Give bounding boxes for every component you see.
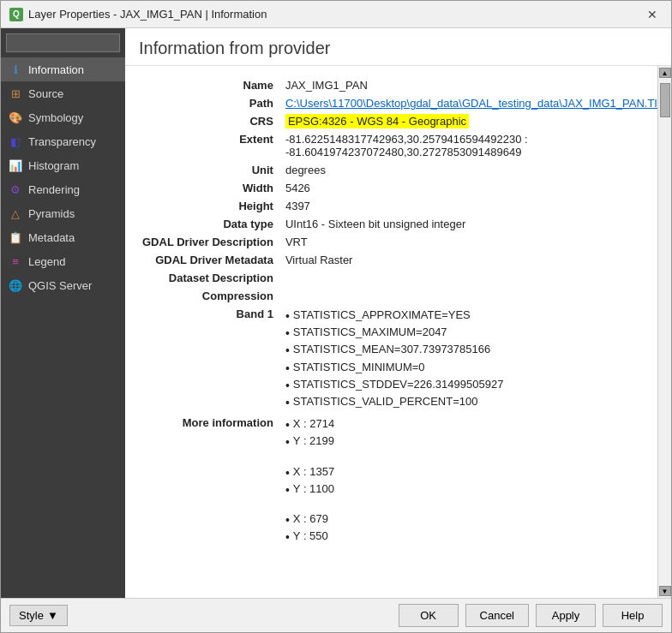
qgis-server-icon: 🌐 (8, 278, 23, 293)
crs-highlight: EPSG:4326 - WGS 84 - Geographic (285, 114, 469, 128)
info-table: Name JAX_IMG1_PAN Path C:\Users\11700\De… (139, 76, 657, 548)
scrollbar-track[interactable]: ▲ ▼ (657, 66, 671, 598)
table-row: GDAL Driver Metadata Virtual Raster (139, 251, 657, 269)
field-value-name: JAX_IMG1_PAN (282, 76, 657, 94)
window-title: Layer Properties - JAX_IMG1_PAN | Inform… (28, 8, 267, 21)
field-label: GDAL Driver Description (139, 233, 282, 251)
sidebar-item-histogram[interactable]: 📊 Histogram (1, 153, 125, 177)
field-label: Compression (139, 287, 282, 305)
list-item: STATISTICS_MEAN=307.73973785166 (285, 342, 657, 359)
help-button[interactable]: Help (603, 604, 663, 627)
list-item: STATISTICS_VALID_PERCENT=100 (285, 394, 657, 411)
sidebar-item-source[interactable]: ⊞ Source (1, 81, 125, 105)
field-label: Band 1 (139, 305, 282, 414)
band1-list: STATISTICS_APPROXIMATE=YES STATISTICS_MA… (285, 308, 657, 411)
table-row: Data type UInt16 - Sixteen bit unsigned … (139, 215, 657, 233)
style-dropdown-icon: ▼ (47, 609, 58, 622)
scrollbar-thumb[interactable] (660, 83, 670, 117)
field-label: Name (139, 76, 282, 94)
table-row: Width 5426 (139, 179, 657, 197)
field-value-dataset (282, 269, 657, 287)
table-row: Compression (139, 287, 657, 305)
rendering-icon: ⚙ (8, 182, 23, 197)
scrollable-content[interactable]: Name JAX_IMG1_PAN Path C:\Users\11700\De… (125, 66, 657, 598)
sidebar-item-symbology[interactable]: 🎨 Symbology (1, 105, 125, 129)
footer: Style ▼ OK Cancel Apply Help (1, 598, 671, 632)
more-info-list-3: X : 679 Y : 550 (285, 511, 657, 546)
list-item: STATISTICS_APPROXIMATE=YES (285, 308, 657, 325)
field-label: Width (139, 179, 282, 197)
field-label: GDAL Driver Metadata (139, 251, 282, 269)
main-area: ℹ Information ⊞ Source 🎨 Symbology ◧ Tra… (1, 28, 671, 598)
path-link[interactable]: C:\Users\11700\Desktop\gdal_data\GDAL_te… (285, 97, 657, 110)
list-item: X : 2714 (285, 416, 657, 433)
sidebar-item-label: Legend (28, 255, 65, 268)
style-button[interactable]: Style ▼ (9, 605, 68, 626)
field-value-gdal-meta: Virtual Raster (282, 251, 657, 269)
table-row: Dataset Description (139, 269, 657, 287)
table-row: Unit degrees (139, 161, 657, 179)
content-panel: Information from provider Name JAX_IMG1_… (125, 28, 671, 598)
search-box (1, 28, 125, 57)
footer-right: OK Cancel Apply Help (399, 604, 663, 627)
content-header: Information from provider (125, 28, 671, 66)
list-item: STATISTICS_MINIMUM=0 (285, 360, 657, 377)
field-value-extent: -81.6225148317742963,30.2579416594492230… (282, 130, 657, 161)
cancel-button[interactable]: Cancel (465, 604, 529, 627)
list-item: Y : 1100 (285, 481, 657, 499)
field-value-unit: degrees (282, 161, 657, 179)
sidebar-item-pyramids[interactable]: △ Pyramids (1, 201, 125, 225)
list-item: Y : 2199 (285, 433, 657, 451)
close-button[interactable]: ✕ (642, 6, 663, 23)
more-info-list-2: X : 1357 Y : 1100 (285, 464, 657, 499)
legend-icon: ≡ (8, 254, 23, 269)
ok-button[interactable]: OK (399, 604, 459, 627)
app-icon: Q (9, 8, 23, 21)
field-value-band1: STATISTICS_APPROXIMATE=YES STATISTICS_MA… (282, 305, 657, 414)
table-row: GDAL Driver Description VRT (139, 233, 657, 251)
sidebar-item-rendering[interactable]: ⚙ Rendering (1, 177, 125, 201)
list-item: Y : 550 (285, 528, 657, 546)
sidebar-item-legend[interactable]: ≡ Legend (1, 249, 125, 273)
scroll-down-button[interactable]: ▼ (659, 586, 671, 596)
apply-button[interactable]: Apply (536, 604, 596, 627)
field-label: Data type (139, 215, 282, 233)
sidebar-item-label: Pyramids (28, 207, 75, 220)
list-item: X : 679 (285, 511, 657, 528)
sidebar-item-label: Symbology (28, 111, 83, 124)
transparency-icon: ◧ (8, 134, 23, 149)
field-label: CRS (139, 112, 282, 130)
titlebar-left: Q Layer Properties - JAX_IMG1_PAN | Info… (9, 8, 267, 21)
search-input[interactable] (6, 33, 120, 52)
sidebar-item-label: Histogram (28, 159, 79, 172)
table-row: Path C:\Users\11700\Desktop\gdal_data\GD… (139, 94, 657, 112)
field-label: More information (139, 414, 282, 548)
sidebar-item-metadata[interactable]: 📋 Metadata (1, 225, 125, 249)
field-value-height: 4397 (282, 197, 657, 215)
field-label: Path (139, 94, 282, 112)
sidebar-item-label: QGIS Server (28, 279, 92, 292)
field-label: Height (139, 197, 282, 215)
table-row: Name JAX_IMG1_PAN (139, 76, 657, 94)
sidebar-item-transparency[interactable]: ◧ Transparency (1, 129, 125, 153)
content-title: Information from provider (139, 39, 657, 58)
table-row: More information X : 2714 Y : 2199 X : 1… (139, 414, 657, 548)
main-window: Q Layer Properties - JAX_IMG1_PAN | Info… (0, 0, 672, 633)
field-value-more-info: X : 2714 Y : 2199 X : 1357 Y : 1100 (282, 414, 657, 548)
information-icon: ℹ (8, 62, 23, 77)
sidebar-item-qgis-server[interactable]: 🌐 QGIS Server (1, 273, 125, 297)
field-label: Extent (139, 130, 282, 161)
metadata-icon: 📋 (8, 230, 23, 245)
sidebar-item-label: Information (28, 63, 84, 76)
sidebar-item-label: Transparency (28, 135, 96, 148)
field-label: Dataset Description (139, 269, 282, 287)
scroll-up-button[interactable]: ▲ (659, 68, 671, 78)
content-scroll-wrapper: Name JAX_IMG1_PAN Path C:\Users\11700\De… (125, 66, 671, 598)
field-value-compression (282, 287, 657, 305)
sidebar-item-information[interactable]: ℹ Information (1, 57, 125, 81)
field-value-datatype: UInt16 - Sixteen bit unsigned integer (282, 215, 657, 233)
table-row: Extent -81.6225148317742963,30.257941659… (139, 130, 657, 161)
list-item: X : 1357 (285, 464, 657, 481)
sidebar-item-label: Rendering (28, 183, 80, 196)
field-value-gdal-desc: VRT (282, 233, 657, 251)
